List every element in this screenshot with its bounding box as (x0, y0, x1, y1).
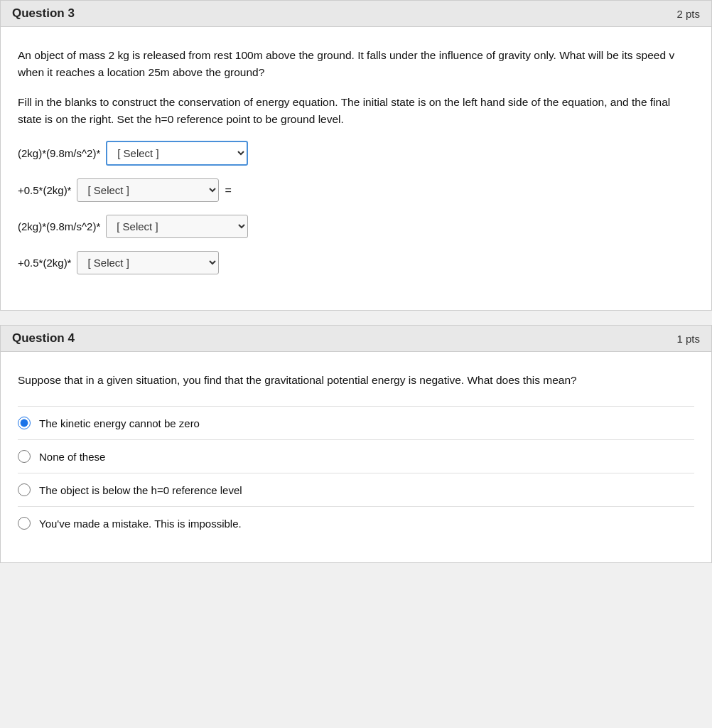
equation-row-3: (2kg)*(9.8m/s^2)* [ Select ] 100m 25m v^… (18, 215, 694, 238)
radio-input-1[interactable] (18, 417, 31, 429)
radio-label-1: The kinetic energy cannot be zero (39, 417, 200, 429)
equation-row-1: (2kg)*(9.8m/s^2)* [ Select ] 100m 25m v^… (18, 141, 694, 166)
question-3-card: Question 3 2 pts An object of mass 2 kg … (0, 0, 712, 311)
select-dropdown-2[interactable]: [ Select ] 100m 25m v^2 0 (77, 178, 219, 202)
select-dropdown-3[interactable]: [ Select ] 100m 25m v^2 0 (106, 215, 248, 238)
question-4-body: Suppose that in a given situation, you f… (1, 352, 711, 562)
question-3-text1: An object of mass 2 kg is released from … (18, 47, 694, 81)
radio-group: The kinetic energy cannot be zero None o… (18, 406, 694, 540)
row4-label: +0.5*(2kg)* (18, 257, 71, 269)
question-4-pts: 1 pts (676, 333, 700, 345)
equation-row-2: +0.5*(2kg)* [ Select ] 100m 25m v^2 0 = (18, 178, 694, 202)
question-4-header: Question 4 1 pts (1, 326, 711, 352)
row1-label: (2kg)*(9.8m/s^2)* (18, 147, 100, 159)
question-4-text: Suppose that in a given situation, you f… (18, 372, 694, 389)
question-4-card: Question 4 1 pts Suppose that in a given… (0, 325, 712, 563)
radio-input-3[interactable] (18, 483, 31, 496)
radio-option-2[interactable]: None of these (18, 440, 694, 473)
radio-input-4[interactable] (18, 517, 31, 530)
radio-label-4: You've made a mistake. This is impossibl… (39, 518, 242, 530)
radio-option-4[interactable]: You've made a mistake. This is impossibl… (18, 507, 694, 540)
question-3-body: An object of mass 2 kg is released from … (1, 27, 711, 310)
question-3-title: Question 3 (12, 6, 75, 21)
radio-label-2: None of these (39, 451, 105, 463)
question-3-pts: 2 pts (676, 8, 700, 20)
row3-label: (2kg)*(9.8m/s^2)* (18, 220, 100, 232)
equation-row-4: +0.5*(2kg)* [ Select ] 100m 25m v^2 0 (18, 251, 694, 274)
question-3-text2: Fill in the blanks to construct the cons… (18, 94, 694, 128)
radio-option-1[interactable]: The kinetic energy cannot be zero (18, 407, 694, 440)
radio-label-3: The object is below the h=0 reference le… (39, 484, 242, 496)
equals-sign: = (225, 184, 231, 197)
question-4-title: Question 4 (12, 331, 75, 346)
select-dropdown-4[interactable]: [ Select ] 100m 25m v^2 0 (77, 251, 219, 274)
radio-option-3[interactable]: The object is below the h=0 reference le… (18, 473, 694, 507)
question-3-header: Question 3 2 pts (1, 1, 711, 27)
radio-input-2[interactable] (18, 450, 31, 463)
select-dropdown-1[interactable]: [ Select ] 100m 25m v^2 0 (106, 141, 248, 166)
row2-label: +0.5*(2kg)* (18, 184, 71, 196)
